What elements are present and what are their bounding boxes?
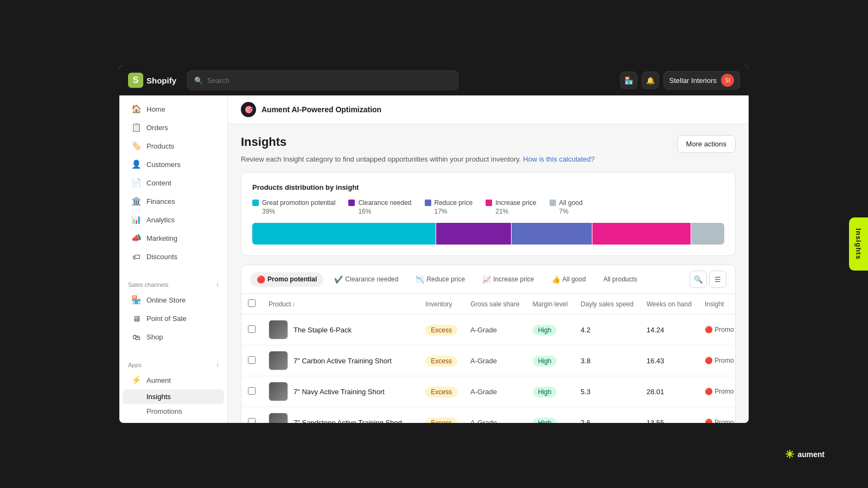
row-inventory-3: Excess	[419, 407, 464, 423]
search-tool-button[interactable]: 🔍	[690, 271, 707, 288]
row-checkbox-cell	[241, 314, 262, 345]
th-gross-sale: Gross sale share	[464, 294, 526, 314]
tab-increase-label: Increase price	[493, 275, 534, 283]
row-checkbox-0[interactable]	[248, 325, 256, 333]
expand-icon: ›	[216, 281, 219, 288]
sidebar-item-pos[interactable]: 🖥 Point of Sale	[123, 309, 224, 328]
tab-increase-price[interactable]: 📈 Increase price	[476, 272, 540, 287]
legend-dot-clearance	[348, 200, 355, 206]
sidebar-label-finances: Finances	[146, 197, 175, 206]
sidebar-item-online-store[interactable]: 🏪 Online Store	[123, 291, 224, 309]
chart-title: Products distribution by insight	[252, 183, 724, 191]
tab-all-label: All products	[603, 275, 637, 283]
row-daily-3: 2.6	[574, 407, 640, 423]
store-selector[interactable]: Stellar Interiors SI	[663, 71, 740, 89]
row-gross-3: A-Grade	[464, 407, 526, 423]
legend-label-good: All good	[559, 199, 583, 207]
sidebar-item-shop[interactable]: 🛍 Shop	[123, 328, 224, 346]
margin-badge-2: High	[533, 387, 557, 397]
th-product: Product↕	[262, 294, 419, 314]
row-weeks-2: 28.01	[640, 376, 698, 407]
tab-clearance-needed[interactable]: ✔️ Clearance needed	[328, 272, 405, 287]
sidebar-item-orders[interactable]: 📋 Orders	[123, 118, 224, 137]
bar-good	[691, 223, 724, 245]
watermark-label: aument	[797, 450, 825, 459]
sidebar-label-analytics: Analytics	[146, 216, 175, 224]
sidebar-item-analytics[interactable]: 📊 Analytics	[123, 210, 224, 229]
sidebar-item-finances[interactable]: 🏛️ Finances	[123, 192, 224, 210]
bar-clearance	[436, 223, 512, 245]
legend-pct-reduce: 17%	[435, 208, 473, 215]
th-checkbox	[241, 294, 262, 314]
legend-label-increase: Increase price	[495, 199, 536, 207]
top-nav: S Shopify 🔍 🏪 🔔 Stellar Interiors SI	[119, 65, 749, 95]
sidebar-item-content[interactable]: 📄 Content	[123, 174, 224, 192]
aument-header-icon: 🎯	[241, 102, 256, 117]
row-insight-0: 🔴 Promo pote...	[698, 314, 736, 345]
tab-reduce-price[interactable]: 📉 Reduce price	[409, 272, 471, 287]
notifications-btn[interactable]: 🔔	[642, 72, 659, 89]
legend-label-clearance: Clearance needed	[358, 199, 411, 207]
store-icon-btn[interactable]: 🏪	[620, 72, 637, 89]
row-margin-0: High	[526, 314, 575, 345]
sidebar-item-discounts[interactable]: 🏷 Discounts	[123, 247, 224, 266]
shopify-wordmark: Shopify	[146, 76, 176, 85]
sidebar-item-products[interactable]: 🏷️ Products	[123, 137, 224, 155]
floating-insights-tab[interactable]: Insights	[849, 217, 868, 271]
sidebar-subitem-price-management[interactable]: Price management	[123, 419, 224, 423]
select-all-checkbox[interactable]	[248, 299, 256, 307]
inventory-badge-1: Excess	[425, 356, 457, 367]
sales-channels-label: Sales channels ›	[119, 274, 227, 291]
search-input[interactable]	[207, 76, 451, 85]
how-calculated-link[interactable]: How is this calculated?	[523, 155, 595, 163]
row-checkbox-3[interactable]	[248, 418, 256, 423]
filter-tool-button[interactable]: ☰	[709, 271, 726, 288]
tab-promo-potential[interactable]: 🔴 Promo potential	[250, 272, 323, 287]
insights-subtitle: Review each Insight category to find unt…	[241, 155, 736, 163]
legend-dot-good	[550, 200, 556, 206]
sidebar-item-customers[interactable]: 👤 Customers	[123, 155, 224, 174]
sidebar-label-marketing: Marketing	[146, 234, 177, 242]
search-bar[interactable]: 🔍	[187, 70, 458, 90]
apps-expand-icon: ›	[216, 361, 219, 369]
sidebar-item-home[interactable]: 🏠 Home	[123, 100, 224, 118]
tab-promo-emoji: 🔴	[257, 275, 265, 284]
table-row: 7" Sandstone Active Training Short Exces…	[241, 407, 736, 423]
row-checkbox-cell	[241, 345, 262, 376]
more-actions-button[interactable]: More actions	[677, 135, 736, 153]
table-row: 7" Navy Active Training Short Excess A-G…	[241, 376, 736, 407]
row-inventory-0: Excess	[419, 314, 464, 345]
aument-watermark: ✳ aument	[785, 448, 825, 461]
row-gross-1: A-Grade	[464, 345, 526, 376]
tab-all-good[interactable]: 👍 All good	[545, 272, 592, 287]
sidebar-label-content: Content	[146, 179, 171, 187]
row-insight-3: 🔴 Promo pote...	[698, 407, 736, 423]
row-margin-1: High	[526, 345, 575, 376]
sidebar-label-discounts: Discounts	[146, 253, 177, 261]
sidebar-item-marketing[interactable]: 📣 Marketing	[123, 229, 224, 247]
margin-badge-0: High	[533, 325, 557, 336]
bar-reduce	[512, 223, 591, 245]
sidebar-item-aument[interactable]: ⚡ Aument	[123, 371, 224, 389]
row-product-0: The Staple 6-Pack	[262, 314, 419, 345]
product-name-0: The Staple 6-Pack	[293, 326, 352, 334]
sidebar-subitem-insights[interactable]: Insights	[123, 389, 224, 404]
inventory-badge-3: Excess	[425, 418, 457, 423]
store-avatar: SI	[721, 74, 734, 87]
row-checkbox-2[interactable]	[248, 387, 256, 395]
aument-icon: ⚡	[131, 375, 141, 385]
customers-icon: 👤	[131, 159, 141, 169]
sidebar-subitem-promotions[interactable]: Promotions	[123, 404, 224, 419]
row-checkbox-1[interactable]	[248, 356, 256, 364]
legend-clearance: Clearance needed 16%	[348, 199, 411, 215]
chart-legend: Great promotion potential 39% Clearance …	[252, 199, 724, 215]
store-name: Stellar Interiors	[669, 76, 717, 85]
tab-all-products[interactable]: All products	[597, 272, 644, 286]
shopify-logo: S Shopify	[128, 73, 176, 88]
legend-dot-reduce	[425, 200, 431, 206]
product-thumb-0	[269, 320, 288, 339]
sidebar-label-pos: Point of Sale	[146, 314, 187, 323]
row-checkbox-cell	[241, 407, 262, 423]
sidebar-label-aument: Aument	[146, 376, 171, 384]
online-store-icon: 🏪	[131, 295, 141, 305]
